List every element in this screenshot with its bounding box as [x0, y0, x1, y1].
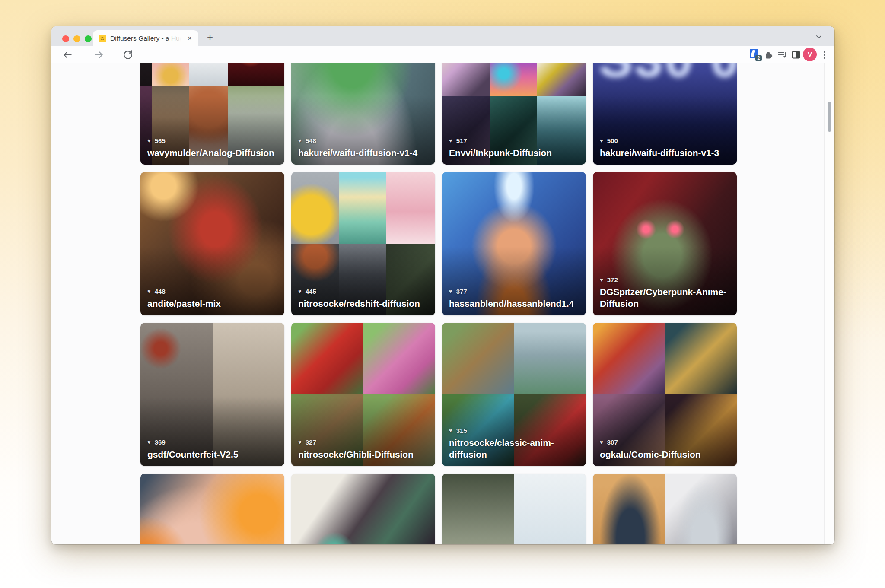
model-name: wavymulder/Analog-Diffusion [147, 147, 278, 159]
scrollbar-thumb[interactable] [828, 102, 831, 132]
model-card[interactable]: ♥315nitrosocke/classic-anim-diffusion [442, 323, 586, 466]
model-name: nitrosocke/classic-anim-diffusion [449, 437, 580, 461]
model-card[interactable]: ♥307ogkalu/Comic-Diffusion [593, 323, 737, 466]
media-playlist-icon[interactable] [777, 49, 787, 60]
model-card[interactable]: ♥517Envvi/Inkpunk-Diffusion [442, 63, 586, 165]
likes-value: 517 [456, 137, 467, 144]
likes-value: 369 [155, 439, 166, 446]
tab-title: Diffusers Gallery - a Hugging F [110, 34, 184, 43]
card-label: ♥315nitrosocke/classic-anim-diffusion [449, 427, 580, 461]
card-label: ♥377hassanblend/hassanblend1.4 [449, 288, 580, 310]
card-label: ♥565wavymulder/Analog-Diffusion [147, 137, 278, 159]
thumbnail-tile [291, 474, 435, 544]
likes-count: ♥372 [600, 276, 731, 283]
heart-icon: ♥ [600, 439, 603, 445]
card-label: ♥369gsdf/Counterfeit-V2.5 [147, 439, 278, 461]
card-label: ♥517Envvi/Inkpunk-Diffusion [449, 137, 580, 159]
likes-count: ♥500 [600, 137, 731, 144]
likes-value: 548 [306, 137, 316, 144]
likes-count: ♥565 [147, 137, 278, 144]
likes-count: ♥448 [147, 288, 278, 295]
model-card[interactable] [140, 474, 284, 544]
thumbnail-tile [665, 474, 737, 544]
model-name: ogkalu/Comic-Diffusion [600, 449, 731, 461]
model-card[interactable]: ♥327nitrosocke/Ghibli-Diffusion [291, 323, 435, 466]
browser-tab[interactable]: ☺ Diffusers Gallery - a Hugging F × [93, 30, 198, 46]
heart-icon: ♥ [298, 289, 302, 294]
thumbnail-tile [514, 474, 586, 544]
traffic-light-fullscreen[interactable] [85, 35, 92, 42]
model-card[interactable]: ♥377hassanblend/hassanblend1.4 [442, 172, 586, 315]
likes-count: ♥369 [147, 439, 278, 446]
model-name: hakurei/waifu-diffusion-v1-4 [298, 147, 429, 159]
new-tab-button[interactable]: + [204, 32, 216, 44]
model-card[interactable]: S30 0♥500hakurei/waifu-diffusion-v1-3 [593, 63, 737, 165]
model-card[interactable] [291, 474, 435, 544]
heart-icon: ♥ [147, 138, 151, 143]
heart-icon: ♥ [147, 439, 151, 445]
heart-icon: ♥ [449, 428, 452, 433]
thumbnail-tile [593, 474, 665, 544]
model-card[interactable]: ♥445nitrosocke/redshift-diffusion [291, 172, 435, 315]
model-name: gsdf/Counterfeit-V2.5 [147, 449, 278, 461]
model-name: nitrosocke/Ghibli-Diffusion [298, 449, 429, 461]
model-card[interactable]: ♥565wavymulder/Analog-Diffusion [140, 63, 284, 165]
traffic-light-close[interactable] [62, 35, 69, 42]
card-thumbnail-collage [291, 474, 435, 544]
likes-value: 307 [607, 439, 618, 446]
scrollbar-track[interactable] [824, 63, 834, 544]
card-thumbnail-collage [593, 474, 737, 544]
reload-icon[interactable] [122, 49, 134, 60]
likes-count: ♥548 [298, 137, 429, 144]
thumbnail-tile [140, 474, 284, 544]
model-card[interactable] [593, 474, 737, 544]
thumbnail-tile [442, 474, 514, 544]
extension-badge-count: 2 [755, 55, 762, 61]
likes-value: 448 [155, 288, 166, 295]
extension-icon-with-badge[interactable]: 2 [749, 49, 761, 60]
page-content: ♥565wavymulder/Analog-Diffusion♥548hakur… [51, 63, 834, 544]
heart-icon: ♥ [449, 289, 452, 294]
model-card[interactable] [442, 474, 586, 544]
heart-icon: ♥ [600, 277, 603, 283]
card-label: ♥307ogkalu/Comic-Diffusion [600, 439, 731, 461]
likes-value: 377 [456, 288, 467, 295]
model-card[interactable]: ♥448andite/pastel-mix [140, 172, 284, 315]
card-label: ♥445nitrosocke/redshift-diffusion [298, 288, 429, 310]
browser-menu-icon[interactable] [823, 50, 826, 60]
model-name: Envvi/Inkpunk-Diffusion [449, 147, 580, 159]
likes-count: ♥327 [298, 439, 429, 446]
back-icon[interactable] [62, 49, 73, 60]
heart-icon: ♥ [298, 138, 302, 143]
model-card[interactable]: ♥372DGSpitzer/Cyberpunk-Anime-Diffusion [593, 172, 737, 315]
model-card[interactable]: ♥548hakurei/waifu-diffusion-v1-4 [291, 63, 435, 165]
likes-count: ♥445 [298, 288, 429, 295]
card-thumbnail-collage [442, 474, 586, 544]
forward-icon[interactable] [93, 49, 105, 60]
likes-count: ♥315 [449, 427, 580, 434]
heart-icon: ♥ [147, 289, 151, 294]
heart-icon: ♥ [449, 138, 452, 143]
model-name: hassanblend/hassanblend1.4 [449, 298, 580, 310]
card-label: ♥548hakurei/waifu-diffusion-v1-4 [298, 137, 429, 159]
likes-value: 372 [607, 276, 618, 283]
card-label: ♥372DGSpitzer/Cyberpunk-Anime-Diffusion [600, 276, 731, 310]
likes-count: ♥307 [600, 439, 731, 446]
tab-close-icon[interactable]: × [185, 34, 194, 43]
tab-title-fade [166, 34, 184, 43]
side-panel-icon[interactable] [791, 49, 801, 60]
likes-count: ♥377 [449, 288, 580, 295]
model-name: DGSpitzer/Cyberpunk-Anime-Diffusion [600, 286, 731, 310]
traffic-light-minimize[interactable] [73, 35, 80, 42]
likes-value: 565 [155, 137, 166, 144]
chevron-down-icon[interactable] [813, 32, 825, 42]
heart-icon: ♥ [298, 439, 302, 445]
likes-value: 315 [456, 427, 467, 434]
model-card[interactable]: ♥369gsdf/Counterfeit-V2.5 [140, 323, 284, 466]
card-label: ♥500hakurei/waifu-diffusion-v1-3 [600, 137, 731, 159]
profile-avatar[interactable]: V [803, 48, 817, 61]
extensions-puzzle-icon[interactable] [763, 49, 774, 60]
likes-value: 327 [306, 439, 316, 446]
hugging-face-favicon-icon: ☺ [99, 35, 106, 42]
card-label: ♥327nitrosocke/Ghibli-Diffusion [298, 439, 429, 461]
